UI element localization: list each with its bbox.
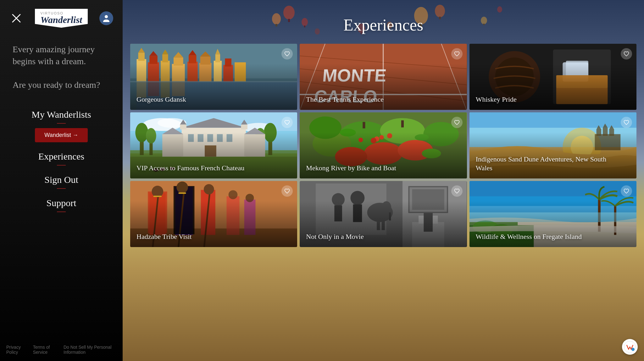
- sidebar: VIRTUOSO Wanderlist Every amazing journe…: [0, 0, 123, 361]
- card-gdansk[interactable]: Gorgeous Gdansk: [130, 44, 297, 110]
- svg-point-2: [105, 15, 108, 18]
- card-movie-favorite[interactable]: [451, 185, 463, 197]
- card-chateau[interactable]: VIP Access to Famous French Chateau: [130, 112, 297, 178]
- sidebar-footer: Privacy Policy Terms of Service Do Not S…: [0, 345, 123, 355]
- experiences-grid: Gorgeous Gdansk: [124, 44, 643, 247]
- sidebar-item-sign-out[interactable]: Sign Out: [0, 169, 123, 188]
- privacy-policy-link[interactable]: Privacy Policy: [6, 345, 27, 355]
- main-content: Experiences: [123, 0, 644, 361]
- card-whiskey[interactable]: Whiskey Pride: [469, 44, 636, 110]
- card-chateau-title: VIP Access to Famous French Chateau: [136, 164, 281, 173]
- terms-of-service-link[interactable]: Terms of Service: [33, 345, 57, 355]
- svg-point-189: [631, 348, 635, 351]
- card-dune-title: Indigenous Sand Dune Adventures, New Sou…: [476, 155, 621, 173]
- card-mekong-favorite[interactable]: [451, 117, 463, 128]
- card-fregate-title: Wildlife & Wellness on Fregate Island: [476, 232, 621, 241]
- card-whiskey-favorite[interactable]: [621, 48, 632, 59]
- wanderlist-button[interactable]: Wanderlist →: [35, 128, 87, 142]
- page-title-area: Experiences: [123, 0, 644, 44]
- nav-divider-3: [57, 188, 66, 189]
- card-whiskey-title: Whiskey Pride: [476, 95, 621, 104]
- card-dune[interactable]: Indigenous Sand Dune Adventures, New Sou…: [469, 112, 636, 178]
- card-tennis-favorite[interactable]: [451, 48, 463, 59]
- card-dune-favorite[interactable]: [621, 117, 632, 128]
- do-not-sell-link[interactable]: Do Not Sell My Personal Information: [64, 345, 116, 355]
- card-hadzabe[interactable]: Hadzabe Tribe Visit: [130, 181, 297, 247]
- card-movie[interactable]: Not Only in a Movie: [300, 181, 467, 247]
- nav-divider-2: [57, 165, 66, 166]
- sidebar-item-experiences[interactable]: Experiences: [0, 145, 123, 165]
- card-fregate-favorite[interactable]: [621, 185, 632, 197]
- card-mekong[interactable]: Mekong River by Bike and Boat: [300, 112, 467, 178]
- user-avatar[interactable]: [99, 11, 113, 25]
- card-movie-title: Not Only in a Movie: [306, 232, 451, 241]
- sidebar-header: VIRTUOSO Wanderlist: [0, 0, 123, 34]
- nav-divider-1: [57, 123, 66, 124]
- card-fregate[interactable]: Wildlife & Wellness on Fregate Island: [469, 181, 636, 247]
- virtuoso-badge[interactable]: [622, 339, 638, 355]
- card-gdansk-title: Gorgeous Gdansk: [136, 95, 281, 104]
- logo-container: VIRTUOSO Wanderlist: [35, 9, 88, 28]
- sidebar-item-support[interactable]: Support: [0, 192, 123, 212]
- sidebar-item-my-wanderlists[interactable]: My Wanderlists: [0, 104, 123, 123]
- page-title: Experiences: [123, 16, 644, 34]
- nav-divider-4: [57, 212, 66, 212]
- card-mekong-title: Mekong River by Bike and Boat: [306, 164, 451, 173]
- nav-menu: My Wanderlists Wanderlist → Experiences …: [0, 104, 123, 215]
- card-tennis[interactable]: MONTE CARLO The Best Tennis Experience: [300, 44, 467, 110]
- logo-name: Wanderlist: [41, 15, 82, 25]
- card-tennis-title: The Best Tennis Experience: [306, 95, 451, 104]
- tagline: Every amazing journey begins with a drea…: [0, 34, 123, 91]
- card-hadzabe-title: Hadzabe Tribe Visit: [136, 232, 281, 241]
- close-button[interactable]: [9, 11, 23, 25]
